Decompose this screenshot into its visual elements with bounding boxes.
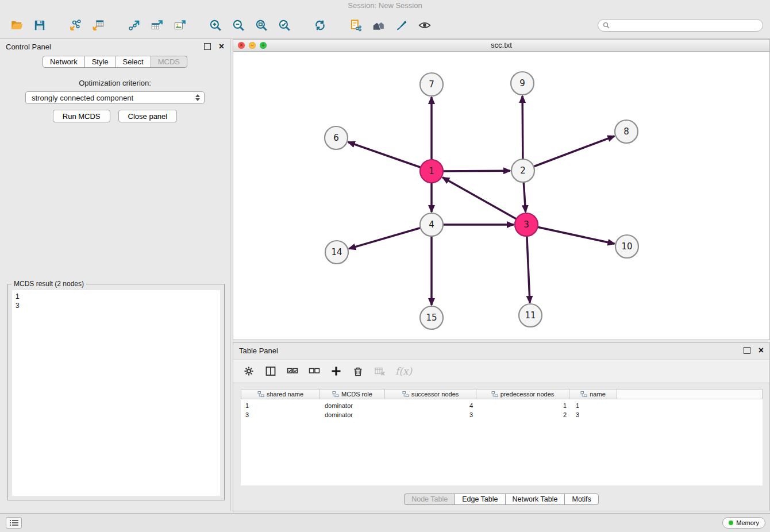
column-header-name[interactable]: name: [569, 389, 617, 399]
node-label: 3: [523, 219, 529, 230]
column-visibility-button[interactable]: [264, 365, 277, 377]
graph-edge-2-8[interactable]: [523, 136, 614, 171]
apply-style-button[interactable]: [392, 15, 411, 36]
tab-network[interactable]: Network: [43, 56, 85, 68]
graph-edge-4-14[interactable]: [349, 225, 432, 249]
table-row[interactable]: 3dominator323: [241, 410, 763, 419]
column-header-label: predecessor nodes: [500, 391, 555, 398]
memory-label: Memory: [736, 519, 759, 526]
graph-edge-3-10[interactable]: [526, 225, 615, 244]
zoom-selected-button[interactable]: [275, 15, 294, 36]
float-table-panel-icon[interactable]: [744, 347, 750, 354]
show-panel-list-button[interactable]: [6, 517, 22, 529]
graph-node-4[interactable]: 4: [420, 213, 443, 236]
import-table-button[interactable]: [88, 15, 108, 36]
export-image-button[interactable]: [170, 15, 190, 36]
graph-node-1[interactable]: 1: [420, 160, 443, 183]
memory-button[interactable]: Memory: [722, 517, 765, 529]
close-mcds-panel-button[interactable]: Close panel: [118, 110, 178, 122]
close-window-button[interactable]: ×: [238, 42, 245, 49]
zoom-in-button[interactable]: [206, 15, 225, 36]
network-graph[interactable]: 7968124314101511: [233, 51, 769, 340]
close-panel-icon[interactable]: ×: [219, 42, 224, 51]
tab-motifs[interactable]: Motifs: [564, 494, 598, 505]
duplicate-network-view-button[interactable]: [346, 15, 365, 36]
graph-node-9[interactable]: 9: [511, 72, 534, 95]
network-home-icon: [372, 18, 386, 32]
graph-node-6[interactable]: 6: [325, 126, 348, 149]
add-column-button[interactable]: [330, 365, 342, 377]
control-panel-title: Control Panel: [6, 43, 51, 51]
column-edit-icon: [491, 391, 498, 398]
zoom-out-button[interactable]: [229, 15, 248, 36]
graph-node-14[interactable]: 14: [325, 241, 348, 264]
graph-node-2[interactable]: 2: [511, 159, 534, 182]
import-network-button[interactable]: [66, 15, 85, 36]
table-panel: Table Panel × f(x) shared nameMCDS roles…: [233, 342, 770, 511]
graph-edge-1-6[interactable]: [348, 142, 432, 171]
column-header-mcds-role[interactable]: MCDS role: [319, 389, 385, 399]
minimize-window-button[interactable]: −: [249, 42, 256, 49]
graph-node-7[interactable]: 7: [420, 73, 443, 96]
tab-network-table[interactable]: Network Table: [505, 494, 565, 505]
toolbar-group: [310, 15, 330, 36]
export-network-button[interactable]: [124, 15, 144, 36]
export-table-button[interactable]: [147, 15, 167, 36]
float-panel-icon[interactable]: [204, 43, 211, 50]
close-table-panel-icon[interactable]: ×: [759, 346, 764, 355]
zoom-fit-button[interactable]: [252, 15, 271, 36]
open-file-button[interactable]: [7, 15, 26, 36]
network-home-button[interactable]: [369, 15, 388, 36]
node-label: 15: [426, 313, 437, 323]
column-header-shared-name[interactable]: shared name: [241, 389, 320, 399]
toggle-visibility-button[interactable]: [415, 15, 434, 36]
optimization-criterion-label: Optimization criterion:: [0, 79, 230, 87]
optimization-criterion-select[interactable]: strongly connected component: [25, 91, 205, 104]
mcds-result-groupbox: MCDS result (2 nodes) 13: [7, 284, 225, 500]
save-session-button[interactable]: [30, 15, 49, 36]
column-header-successor-nodes[interactable]: successor nodes: [384, 389, 476, 399]
search-input[interactable]: [613, 21, 758, 30]
zoom-window-button[interactable]: +: [260, 42, 267, 49]
tab-mcds[interactable]: MCDS: [151, 56, 187, 68]
graph-node-11[interactable]: 11: [519, 304, 542, 327]
run-mcds-button[interactable]: Run MCDS: [53, 110, 110, 122]
mcds-result-title: MCDS result (2 nodes): [11, 280, 86, 288]
graph-node-8[interactable]: 8: [615, 120, 638, 143]
column-edit-icon: [332, 391, 339, 398]
tab-select[interactable]: Select: [116, 56, 151, 68]
graph-node-15[interactable]: 15: [420, 306, 443, 329]
select-all-rows-button[interactable]: [286, 365, 299, 377]
tab-node-table[interactable]: Node Table: [404, 494, 455, 505]
window-titlebar: Session: New Session: [0, 0, 770, 11]
deselect-all-rows-icon: [308, 365, 321, 377]
node-label: 11: [525, 310, 536, 321]
node-label: 4: [429, 219, 434, 230]
column-header-filler: [617, 389, 763, 399]
status-bar: Memory: [0, 513, 770, 532]
graph-node-10[interactable]: 10: [615, 235, 638, 258]
graph-edge-3-1[interactable]: [442, 178, 526, 225]
network-view-window: ×−+ scc.txt 7968124314101511: [233, 39, 770, 340]
delete-column-button[interactable]: [352, 365, 364, 377]
tab-style[interactable]: Style: [84, 56, 116, 68]
network-canvas[interactable]: 7968124314101511: [233, 51, 769, 340]
table-settings-button[interactable]: [242, 365, 255, 377]
refresh-view-button[interactable]: [310, 15, 330, 36]
equation-builder-icon: f(x): [395, 365, 412, 377]
network-window-title: scc.txt: [491, 41, 512, 49]
table-cell-successor-nodes: 3: [386, 410, 478, 419]
select-all-rows-icon: [286, 365, 299, 377]
table-row[interactable]: 1dominator411: [241, 401, 763, 410]
network-window-titlebar[interactable]: ×−+ scc.txt: [233, 40, 769, 52]
tab-edge-table[interactable]: Edge Table: [455, 494, 505, 505]
column-header-predecessor-nodes[interactable]: predecessor nodes: [476, 389, 569, 399]
table-tabs: Node TableEdge TableNetwork TableMotifs: [233, 494, 769, 505]
graph-node-3[interactable]: 3: [515, 213, 538, 236]
select-stepper-icon: [195, 94, 200, 101]
toolbar-group: [66, 15, 108, 36]
search-box[interactable]: [598, 19, 763, 32]
zoom-out-icon: [232, 18, 245, 32]
node-label: 14: [331, 247, 342, 257]
deselect-all-rows-button[interactable]: [308, 365, 321, 377]
